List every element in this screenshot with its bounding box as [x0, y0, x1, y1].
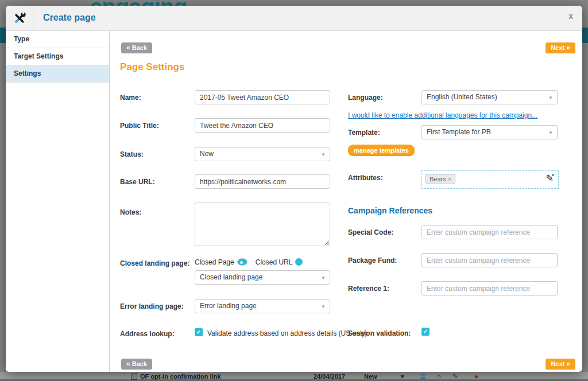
heart-icon: ♥	[400, 372, 404, 380]
language-select[interactable]: English (United States) ▼	[421, 90, 558, 104]
row-status: New	[364, 373, 377, 380]
special-code-input[interactable]	[421, 225, 558, 239]
attributes-label: Attributes:	[348, 174, 383, 182]
status-label: Status:	[120, 150, 144, 158]
row-select-checkbox	[131, 374, 137, 380]
back-button-top[interactable]: « Back	[121, 42, 152, 53]
session-validation-label: Session validation:	[348, 329, 411, 337]
error-landing-label: Error landing page:	[120, 302, 184, 310]
next-button-bottom[interactable]: Next »	[546, 359, 575, 370]
screen: engaging OF opt-in confirmation link 24/…	[0, 0, 588, 381]
next-button-top[interactable]: Next »	[546, 42, 575, 53]
notes-textarea[interactable]	[195, 203, 330, 246]
address-lookup-checkbox[interactable]: ✓	[195, 328, 203, 336]
name-input[interactable]	[195, 90, 330, 104]
back-chevrons-icon: «	[126, 360, 130, 368]
special-code-label: Special Code:	[348, 228, 393, 236]
attributes-box[interactable]: Bears× ✎	[421, 170, 559, 189]
pencil-tip-accent	[552, 174, 554, 176]
row-title: OF opt-in confirmation link	[140, 373, 221, 380]
manage-templates-button[interactable]: manage templates	[348, 145, 415, 156]
closed-landing-select[interactable]: Closed landing page ▼	[195, 270, 330, 285]
closed-url-radio[interactable]	[295, 258, 303, 266]
chevron-down-icon: ▼	[321, 300, 326, 313]
settings-panel: « Back Next » Page Settings Name: Public…	[110, 31, 582, 372]
reference-1-label: Reference 1:	[348, 285, 389, 293]
base-url-label: Base URL:	[120, 178, 155, 186]
modal-title: Create page	[43, 13, 96, 23]
address-lookup-label: Address lookup:	[120, 330, 175, 338]
tools-icon	[6, 6, 33, 30]
tag-remove-icon[interactable]: ×	[448, 176, 451, 182]
list-icon: ≣	[420, 372, 425, 380]
closed-landing-radios: Closed PageClosed URL	[195, 258, 311, 266]
chevron-down-icon: ▼	[548, 91, 553, 104]
closed-page-radio-label: Closed Page	[195, 258, 234, 266]
campaign-references-heading: Campaign References	[348, 206, 432, 215]
attribute-tag-bears[interactable]: Bears×	[425, 174, 455, 184]
public-title-input[interactable]	[195, 118, 330, 133]
close-icon[interactable]: x	[568, 12, 573, 20]
notes-label: Notes:	[120, 208, 141, 216]
closed-landing-label: Closed landing page:	[120, 259, 189, 267]
language-label: Language:	[348, 94, 383, 102]
alert-icon: ●	[474, 372, 478, 380]
session-validation-checkbox[interactable]: ✓	[421, 328, 430, 336]
name-label: Name:	[120, 94, 141, 102]
template-select[interactable]: First Template for PB ▼	[421, 125, 558, 139]
background-table-row: OF opt-in confirmation link 24/04/2017 N…	[0, 372, 588, 381]
package-fund-label: Package Fund:	[348, 256, 397, 265]
back-button-bottom[interactable]: « Back	[121, 359, 152, 370]
ring-icon: ○	[437, 372, 441, 380]
page-settings-heading: Page Settings	[120, 61, 184, 73]
template-label: Template:	[348, 129, 380, 137]
closed-url-radio-label: Closed URL	[256, 258, 293, 266]
sidebar-item-type[interactable]: Type	[6, 31, 109, 48]
chevron-down-icon: ▼	[321, 271, 326, 285]
closed-page-radio[interactable]	[237, 258, 247, 266]
sidebar-item-settings[interactable]: Settings	[6, 65, 109, 83]
create-page-modal: Create page x Type Target Settings Setti…	[6, 6, 582, 372]
address-lookup-checkbox-label: Validate address based on address detail…	[207, 329, 368, 337]
status-select[interactable]: New ▼	[195, 147, 330, 161]
back-chevrons-icon: «	[126, 44, 130, 52]
next-chevrons-icon: »	[566, 44, 570, 52]
reference-1-input[interactable]	[421, 281, 558, 296]
package-fund-input[interactable]	[421, 253, 558, 267]
pencil-row-icon: ✎	[452, 372, 458, 380]
error-landing-select[interactable]: Error landing page ▼	[195, 299, 330, 313]
next-chevrons-icon: »	[566, 360, 570, 368]
row-date: 24/04/2017	[314, 373, 345, 380]
modal-header: Create page x	[6, 6, 582, 31]
sidebar-item-target-settings[interactable]: Target Settings	[6, 48, 109, 65]
additional-languages-link[interactable]: I would like to enable additional langua…	[348, 111, 537, 119]
public-title-label: Public Title:	[120, 122, 159, 130]
base-url-input[interactable]	[195, 174, 330, 189]
chevron-down-icon: ▼	[548, 126, 553, 139]
wizard-sidebar: Type Target Settings Settings	[6, 31, 110, 372]
chevron-down-icon: ▼	[321, 148, 326, 161]
